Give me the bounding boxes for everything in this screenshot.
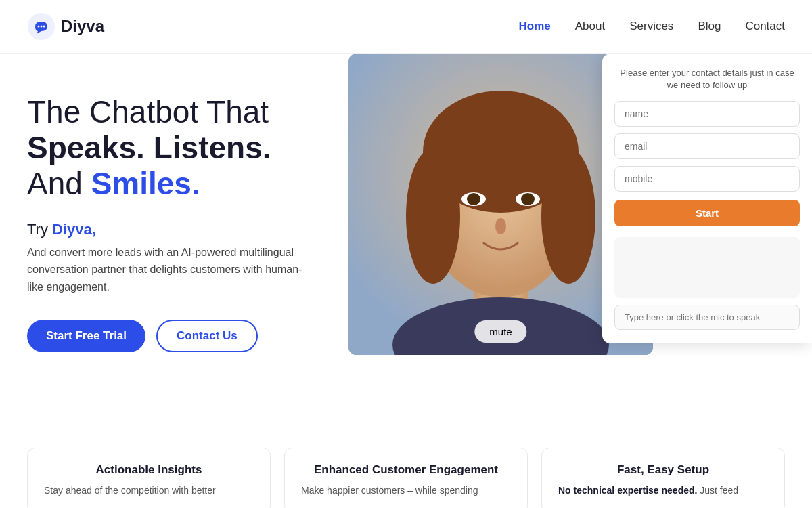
card-setup: Fast, Easy Setup No technical expertise …	[541, 448, 785, 508]
mute-button[interactable]: mute	[474, 320, 526, 343]
hero-buttons: Start Free Trial Contact Us	[27, 320, 365, 352]
nav-blog[interactable]: Blog	[698, 20, 721, 33]
card-insights: Actionable Insights Stay ahead of the co…	[27, 448, 271, 508]
nav-contact[interactable]: Contact	[745, 20, 785, 33]
chat-name-input[interactable]	[614, 101, 800, 127]
chat-start-button[interactable]: Start	[614, 200, 800, 226]
card-engagement-title: Enhanced Customer Engagement	[301, 463, 511, 477]
card-setup-title: Fast, Easy Setup	[558, 463, 768, 477]
chat-messages-area	[614, 237, 800, 298]
svg-point-14	[495, 218, 506, 234]
card-insights-desc: Stay ahead of the competition with bette…	[44, 484, 254, 498]
nav-about[interactable]: About	[575, 20, 605, 33]
nav-links: Home About Services Blog Contact	[519, 20, 785, 33]
svg-point-8	[406, 148, 460, 284]
card-insights-title: Actionable Insights	[44, 463, 254, 477]
cards-section: Actionable Insights Stay ahead of the co…	[0, 448, 812, 508]
chat-type-input[interactable]	[614, 305, 800, 330]
svg-point-11	[467, 193, 480, 205]
card-engagement-desc: Make happier customers – while spending	[301, 484, 511, 498]
hero-headline: The Chatbot That Speaks. Listens. And Sm…	[27, 94, 365, 202]
card-setup-desc-strong: No technical expertise needed.	[558, 485, 700, 496]
navbar: Diyva Home About Services Blog Contact	[0, 0, 812, 54]
card-setup-desc: No technical expertise needed. Just feed	[558, 484, 768, 498]
logo-link[interactable]: Diyva	[27, 12, 104, 41]
nav-services[interactable]: Services	[629, 20, 673, 33]
card-setup-desc-text: Just feed	[700, 485, 738, 496]
svg-point-2	[41, 26, 43, 28]
chat-mobile-input[interactable]	[614, 166, 800, 192]
chat-widget: Please enter your contact details just i…	[602, 54, 812, 343]
hero-description: And convert more leads with an AI-powere…	[27, 244, 318, 296]
hero-content: The Chatbot That Speaks. Listens. And Sm…	[27, 87, 365, 433]
chat-email-input[interactable]	[614, 133, 800, 159]
svg-point-9	[541, 148, 595, 284]
svg-point-3	[43, 26, 45, 28]
card-engagement: Enhanced Customer Engagement Make happie…	[284, 448, 528, 508]
svg-point-1	[38, 26, 40, 28]
nav-home[interactable]: Home	[519, 20, 551, 33]
chat-form-title: Please enter your contact details just i…	[614, 67, 800, 91]
contact-us-button[interactable]: Contact Us	[156, 320, 258, 352]
hero-try: Try Diyva,	[27, 221, 365, 238]
start-free-trial-button[interactable]: Start Free Trial	[27, 320, 145, 352]
logo-text: Diyva	[61, 17, 104, 36]
logo-icon	[27, 12, 55, 41]
hero-section: The Chatbot That Speaks. Listens. And Sm…	[0, 54, 812, 433]
svg-point-13	[521, 193, 535, 205]
